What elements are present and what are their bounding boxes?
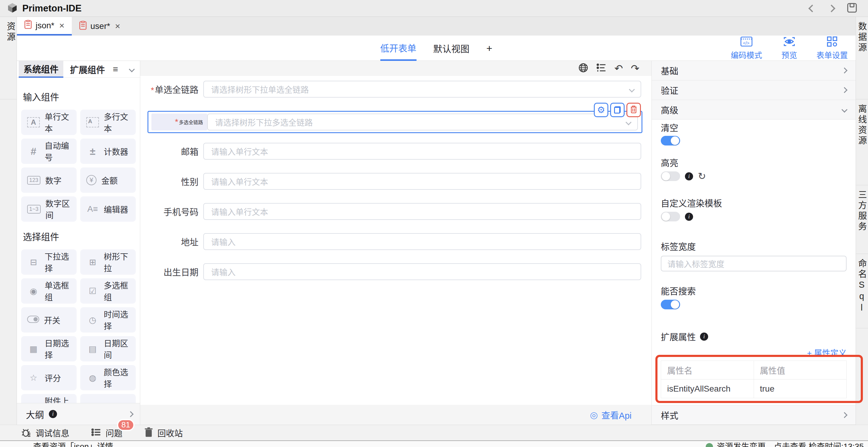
component-item-日期区间[interactable]: ▤日期区间 [80, 336, 136, 362]
menu-icon[interactable]: ≡ [113, 64, 118, 74]
attr-table-row[interactable]: isEntityAllSearchtrue [661, 380, 846, 398]
svg-text:</>: </> [743, 40, 749, 45]
editor-tab-user[interactable]: user*× [72, 17, 128, 36]
mode-button-表单设置[interactable]: 表单设置 [816, 36, 848, 60]
component-item-单行文本[interactable]: A单行文本 [21, 110, 76, 135]
dock-tab-三方服务[interactable]: 三方服务 [856, 185, 868, 254]
dock-tab-资源[interactable]: 资源 [0, 17, 17, 99]
bottom-bar-item-调试信息[interactable]: 调试信息 [21, 427, 69, 439]
dock-tab-数据源[interactable]: 数据源 [856, 17, 868, 99]
mode-button-编码模式[interactable]: </>编码模式 [731, 36, 762, 60]
globe-icon[interactable] [578, 63, 588, 74]
outline-tree-icon[interactable] [596, 63, 607, 74]
chevron-right-icon [841, 67, 847, 73]
field-input-性别[interactable]: 请输入单行文本 [203, 173, 641, 190]
form-area: *单选全链路请选择树形下拉单选全链路*多选全链路请选择树形下拉多选全链路⚙邮箱请… [140, 76, 651, 405]
section-advanced[interactable]: 高级 [652, 100, 856, 119]
form-field-地址[interactable]: 地址请输入 [140, 233, 641, 250]
field-delete-button[interactable] [626, 103, 641, 117]
info-icon[interactable]: i [49, 410, 57, 418]
number-icon: 123 [27, 176, 40, 185]
searchable-toggle[interactable] [661, 300, 680, 309]
component-item-单选框组[interactable]: ◉单选框组 [21, 278, 76, 304]
dock-tab-命名Sql[interactable]: 命名Sql [856, 254, 868, 328]
editor-tab-json[interactable]: json*× [17, 17, 72, 36]
component-item-图片[interactable]: ▨图片 [80, 394, 136, 403]
chevron-down-icon[interactable] [129, 66, 135, 72]
component-item-编辑器[interactable]: A≡编辑器 [80, 196, 136, 222]
add-view-button[interactable]: + [487, 42, 493, 54]
auto-number-icon: # [27, 145, 40, 157]
component-item-金额[interactable]: ¥金额 [80, 168, 136, 193]
redo-icon[interactable]: ↷ [631, 63, 640, 73]
rating-icon: ☆ [27, 373, 40, 383]
component-item-多选框组[interactable]: ☑多选框组 [80, 278, 136, 304]
field-input-多选全链路[interactable]: 请选择树形下拉多选全链路 [207, 113, 638, 130]
components-tab-系统组件[interactable]: 系统组件 [19, 61, 63, 78]
section-validation[interactable]: 验证 [652, 80, 856, 100]
chevron-right-icon[interactable] [128, 411, 134, 417]
component-item-开关[interactable]: 开关 [21, 307, 76, 333]
component-item-数字[interactable]: 123数字 [21, 168, 76, 193]
field-input-地址[interactable]: 请输入 [203, 233, 641, 250]
field-input-单选全链路[interactable]: 请选择树形下拉单选全链路 [203, 81, 641, 98]
refresh-icon[interactable]: ↻ [698, 171, 706, 181]
component-item-下拉选择[interactable]: ⊟下拉选择 [21, 249, 76, 275]
component-item-时间选择[interactable]: ◷时间选择 [80, 307, 136, 333]
component-item-多行文本[interactable]: A多行文本 [80, 110, 136, 135]
bottom-bar-item-回收站[interactable]: 回收站 [144, 427, 183, 439]
field-input-出生日期[interactable]: 请输入 [203, 263, 641, 280]
components-tab-扩展组件[interactable]: 扩展组件 [65, 61, 110, 78]
field-settings-button[interactable]: ⚙ [594, 103, 608, 117]
attr-table-cell[interactable]: true [754, 380, 846, 398]
form-field-手机号码[interactable]: 手机号码请输入单行文本 [140, 203, 641, 220]
info-icon[interactable]: i [700, 333, 708, 341]
status-left-text[interactable]: 查看资源「json」详情 [33, 442, 114, 447]
component-item-树形下拉[interactable]: ⊞树形下拉 [80, 249, 136, 275]
clear-toggle[interactable] [661, 136, 680, 145]
forward-icon[interactable] [828, 4, 835, 12]
add-attribute-link[interactable]: + 属性定义 [807, 347, 846, 356]
field-copy-button[interactable] [610, 103, 625, 117]
components-panel: 系统组件扩展组件≡ 输入组件A单行文本A多行文本#自动编号±计数器123数字¥金… [17, 61, 140, 425]
component-item-日期选择[interactable]: ▦日期选择 [21, 336, 76, 362]
component-item-数字区间[interactable]: 1~3数字区间 [21, 196, 76, 222]
component-item-颜色选择[interactable]: ◍颜色选择 [80, 365, 136, 390]
form-field-出生日期[interactable]: 出生日期请输入 [140, 263, 641, 280]
radio-group-icon: ◉ [27, 286, 40, 296]
form-field-单选全链路[interactable]: *单选全链路请选择树形下拉单选全链路 [140, 81, 641, 98]
selected-field-多选全链路[interactable]: *多选全链路请选择树形下拉多选全链路⚙ [148, 111, 642, 133]
field-input-邮箱[interactable]: 请输入单行文本 [203, 143, 641, 160]
view-tab-低开表单[interactable]: 低开表单 [380, 36, 416, 61]
mode-button-预览[interactable]: 预览 [781, 36, 797, 60]
time-picker-icon: ◷ [86, 315, 99, 325]
label-width-input[interactable]: 请输入标签宽度 [661, 256, 846, 271]
section-style[interactable]: 样式 [652, 405, 856, 425]
extended-attributes-table[interactable]: 属性名属性值isEntityAllSearchtrue [661, 360, 846, 398]
info-icon[interactable]: i [685, 172, 693, 180]
recycle-trash-icon [144, 427, 153, 439]
close-icon[interactable]: × [115, 21, 120, 31]
component-item-附件上传[interactable]: ↥附件上传 [21, 394, 76, 403]
undo-icon[interactable]: ↶ [614, 63, 623, 73]
view-tab-默认视图[interactable]: 默认视图 [433, 36, 470, 61]
section-basic[interactable]: 基础 [652, 61, 856, 80]
field-input-手机号码[interactable]: 请输入单行文本 [203, 203, 641, 220]
bottom-bar-item-问题[interactable]: 问题81 [91, 427, 122, 439]
save-icon[interactable] [846, 2, 858, 15]
back-icon[interactable] [808, 4, 816, 12]
status-right-text[interactable]: 资源发生变更，点击查看 检查时间:13:35 [706, 442, 864, 447]
highlight-toggle[interactable] [661, 171, 680, 181]
close-icon[interactable]: × [59, 21, 65, 31]
form-field-性别[interactable]: 性别请输入单行文本 [140, 173, 641, 190]
info-icon[interactable]: i [685, 213, 693, 221]
custom-render-template-toggle[interactable] [661, 212, 680, 221]
multi-line-text-icon: A [86, 117, 99, 128]
dock-tab-离线资源[interactable]: 离线资源 [856, 99, 868, 185]
component-item-计数器[interactable]: ±计数器 [80, 139, 136, 164]
form-field-邮箱[interactable]: 邮箱请输入单行文本 [140, 143, 641, 160]
attr-table-cell[interactable]: isEntityAllSearch [661, 380, 754, 398]
view-api-link[interactable]: 查看Api [601, 408, 631, 421]
component-item-自动编号[interactable]: #自动编号 [21, 139, 76, 164]
component-item-评分[interactable]: ☆评分 [21, 365, 76, 390]
